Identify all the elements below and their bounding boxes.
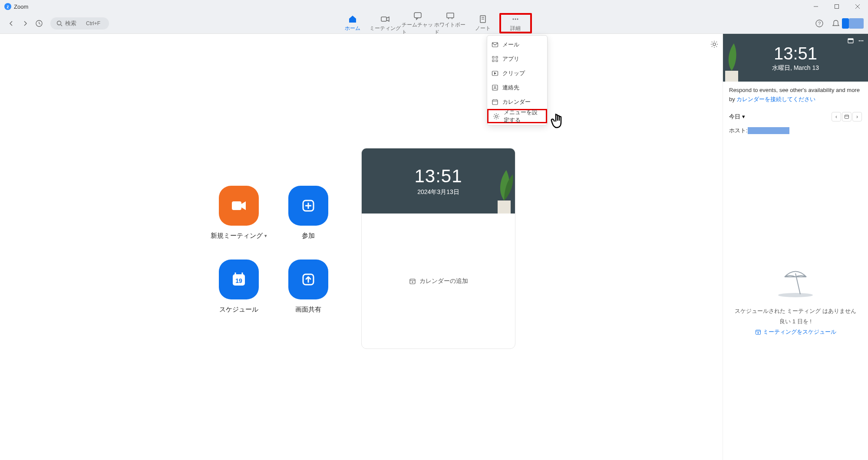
calendar-plus-icon (755, 329, 761, 335)
svg-rect-52 (848, 39, 853, 40)
dropdown-calendar[interactable]: カレンダー (487, 95, 547, 109)
svg-rect-34 (232, 201, 241, 210)
dropdown-mail[interactable]: メール (487, 37, 547, 52)
empty-line2: 良い 1 日を ! (779, 318, 812, 325)
dropdown-apps[interactable]: アプリ (487, 52, 547, 66)
svg-point-49 (713, 43, 716, 46)
prev-day-button[interactable]: ‹ (832, 112, 841, 122)
notes-icon (478, 14, 488, 24)
mail-icon (492, 41, 498, 48)
svg-rect-7 (381, 17, 386, 21)
more-icon (511, 14, 520, 24)
calendar-add-label: カレンダーの追加 (419, 277, 468, 285)
window-title: Zoom (14, 3, 28, 10)
tile-join[interactable]: 参加 (274, 186, 343, 260)
svg-point-28 (494, 86, 496, 88)
tab-teamchat[interactable]: チームチャット (402, 13, 434, 33)
zoom-logo-icon: z (4, 3, 11, 10)
chevron-down-icon[interactable]: ▾ (264, 233, 267, 239)
svg-rect-9 (447, 13, 454, 18)
svg-point-33 (495, 115, 498, 117)
search-input[interactable]: 検索 Ctrl+F (50, 17, 109, 30)
svg-rect-1 (835, 5, 839, 9)
join-icon (288, 186, 328, 226)
svg-text:19: 19 (235, 277, 242, 284)
clips-icon (492, 70, 498, 77)
schedule-icon: 19 (219, 260, 259, 299)
calendar-add-icon (409, 278, 416, 285)
schedule-meeting-link[interactable]: ミーティングをスケジュール (755, 328, 836, 336)
calendar-add-button[interactable]: カレンダーの追加 (362, 214, 515, 348)
connect-calendar-link[interactable]: カレンダーを接続してください (736, 96, 815, 102)
calendar-card-header: 13:51 2024年3月13日 (362, 148, 515, 214)
tab-more[interactable]: 詳細 (499, 13, 532, 33)
dropdown-mail-label: メール (502, 41, 519, 49)
whiteboard-icon (446, 11, 455, 20)
help-icon[interactable]: ? (815, 19, 824, 28)
tab-home-label: ホーム (345, 25, 360, 32)
pointer-cursor-icon (547, 109, 571, 134)
svg-rect-24 (496, 60, 498, 62)
dropdown-clips[interactable]: クリップ (487, 66, 547, 80)
svg-point-17 (517, 19, 518, 20)
minimize-button[interactable] (805, 0, 826, 13)
dropdown-set-menu[interactable]: メニューを設定する (487, 109, 547, 123)
host-label: ホスト: (729, 127, 748, 135)
tab-whiteboard[interactable]: ホワイトボード (434, 13, 467, 33)
dropdown-calendar-label: カレンダー (502, 98, 531, 106)
sidebar-host-row: ホスト: (723, 125, 868, 136)
forward-button[interactable] (19, 17, 31, 30)
tab-meetings[interactable]: ミーティング (369, 13, 402, 33)
tab-home[interactable]: ホーム (337, 13, 369, 33)
history-button[interactable] (33, 17, 45, 30)
sidebar-collapse-button[interactable] (847, 37, 854, 44)
sidebar-more-button[interactable] (858, 37, 865, 44)
host-value-redacted (748, 127, 789, 134)
card-date: 2024年3月13日 (417, 188, 459, 196)
tile-schedule-label: スケジュール (219, 306, 258, 314)
today-label: 今日 (729, 113, 740, 121)
next-day-button[interactable]: › (852, 112, 862, 122)
plant-decoration-icon (723, 38, 747, 82)
video-icon (380, 14, 390, 24)
empty-line1: スケジュールされた ミーティング はありません (735, 307, 856, 315)
svg-line-6 (61, 25, 62, 26)
window-titlebar: z Zoom (0, 0, 868, 13)
notification-icon[interactable] (832, 19, 840, 28)
schedule-meeting-label: ミーティングをスケジュール (763, 328, 836, 336)
account-switcher[interactable] (842, 18, 849, 29)
svg-text:?: ? (818, 21, 821, 26)
search-shortcut: Ctrl+F (83, 20, 103, 27)
more-dropdown: メール アプリ クリップ 連絡先 カレンダー メニューを設定する (487, 35, 548, 125)
sidebar-header: 13:51 水曜日, March 13 (723, 34, 868, 82)
card-time: 13:51 (414, 166, 462, 187)
svg-point-55 (862, 40, 864, 42)
sidebar-empty-state: スケジュールされた ミーティング はありません 良い 1 日を ! ミーティング… (723, 264, 868, 336)
user-avatar[interactable] (849, 18, 864, 29)
svg-rect-44 (498, 200, 511, 214)
calendar-sidebar: 13:51 水曜日, March 13 Respond to events, s… (723, 34, 868, 460)
tab-notes[interactable]: ノート (467, 13, 499, 33)
tab-meetings-label: ミーティング (370, 25, 401, 32)
toolbar-right: ? (815, 18, 864, 29)
dropdown-apps-label: アプリ (502, 55, 519, 63)
action-tiles: 新規ミーティング▾ 参加 19 スケジュール 画面共有 (204, 186, 343, 333)
tile-new-meeting[interactable]: 新規ミーティング▾ (204, 186, 274, 260)
settings-button[interactable] (710, 40, 719, 49)
svg-point-58 (778, 293, 813, 297)
tile-screen-share-label: 画面共有 (295, 306, 321, 314)
today-button[interactable] (842, 112, 851, 122)
tile-new-meeting-label: 新規ミーティング (211, 232, 263, 240)
back-button[interactable] (5, 17, 17, 30)
umbrella-icon (776, 264, 815, 299)
tile-schedule[interactable]: 19 スケジュール (204, 260, 274, 333)
dropdown-contacts[interactable]: 連絡先 (487, 80, 547, 95)
calendar-icon (492, 99, 498, 105)
window-controls (805, 0, 868, 13)
sidebar-time: 13:51 (774, 44, 817, 63)
today-selector[interactable]: 今日 ▾ (729, 113, 745, 121)
maximize-button[interactable] (826, 0, 847, 13)
svg-point-16 (515, 19, 516, 20)
tile-screen-share[interactable]: 画面共有 (274, 260, 343, 333)
close-button[interactable] (847, 0, 868, 13)
